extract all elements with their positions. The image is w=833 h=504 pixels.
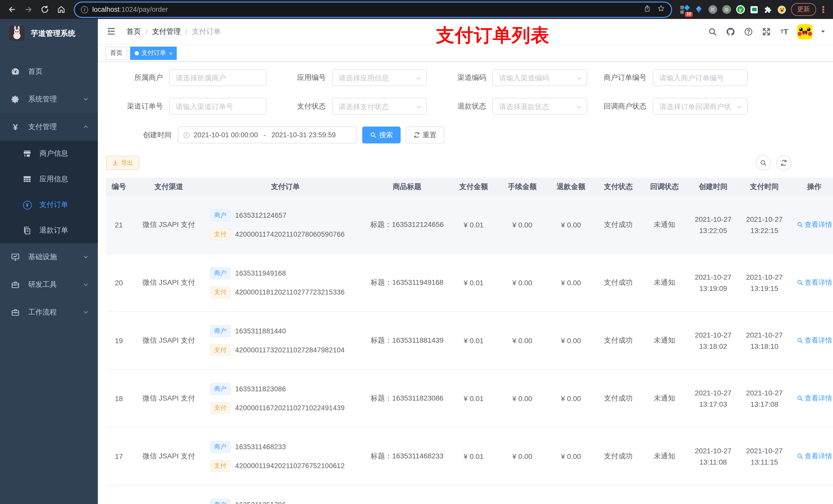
help-icon[interactable]	[743, 26, 754, 37]
breadcrumb-pay-order: 支付订单	[192, 27, 221, 36]
document-icon	[23, 226, 32, 235]
extension-icon[interactable]: 10	[680, 5, 690, 14]
profile-emoji-icon[interactable]	[777, 5, 786, 14]
table-header-row: 编号 支付渠道 支付订单 商品标题 支付金额 手续金额 退款金额 支付状态 回调…	[106, 178, 833, 196]
app-no-select[interactable]	[332, 69, 427, 86]
site-info-icon[interactable]: i	[81, 6, 88, 13]
browser-reload-icon[interactable]	[38, 3, 51, 16]
chevron-down-icon[interactable]	[820, 27, 826, 36]
pay-circle-icon: ¥	[23, 200, 32, 210]
search-button[interactable]: 搜索	[362, 126, 401, 143]
search-icon[interactable]	[708, 26, 718, 37]
column-header-fee: 手续金额	[498, 178, 547, 196]
clock-icon	[183, 131, 190, 139]
filter-field-callback-status: 回调商户状态	[587, 98, 747, 115]
column-header-actions: 操作	[790, 178, 833, 196]
created-time-range-picker[interactable]: 2021-10-01 00:00:00 - 2021-10-31 23:59:5…	[178, 126, 357, 143]
merchant-tag: 商户	[210, 267, 231, 279]
font-size-icon[interactable]: TT	[779, 26, 789, 37]
sidebar-item-app-info[interactable]: 应用信息	[0, 166, 98, 192]
merchant-tag: 商户	[210, 383, 231, 395]
bookmark-star-icon[interactable]	[657, 5, 665, 14]
browser-menu-icon[interactable]: •••	[821, 6, 826, 13]
app-logo[interactable]: 芋道管理系统	[0, 19, 98, 48]
extensions-puzzle-icon[interactable]	[763, 5, 772, 14]
table-row: 商户 1635311351796	[106, 485, 833, 504]
sidebar-menu: 首页 系统管理 ¥ 支付管理	[0, 48, 98, 326]
filter-field-app-no: 应用编号	[266, 69, 427, 86]
browser-forward-icon[interactable]	[22, 3, 35, 16]
sidebar-item-refund-order[interactable]: 退款订单	[0, 218, 98, 243]
user-avatar[interactable]	[797, 24, 812, 39]
sidebar-fold-icon[interactable]	[106, 26, 117, 37]
view-detail-link[interactable]: 查看详情	[796, 278, 832, 287]
pay-tag: 支付	[210, 402, 231, 414]
close-icon[interactable]: ×	[169, 50, 172, 56]
pay-tag: 支付	[210, 344, 231, 356]
callback-status	[641, 485, 688, 504]
sidebar-item-merchant-info[interactable]: 商户信息	[0, 141, 98, 166]
column-header-channel: 支付渠道	[132, 178, 206, 196]
callback-status: 未通知	[641, 427, 688, 485]
view-detail-link[interactable]: 查看详情	[796, 394, 832, 403]
view-detail-link[interactable]: 查看详情	[796, 220, 832, 230]
channel-order-no-input[interactable]	[169, 98, 266, 115]
y-extension-icon[interactable]: y	[736, 5, 745, 14]
merchant-input[interactable]	[169, 69, 266, 86]
column-header-created: 创建时间	[688, 178, 739, 196]
column-header-paid: 支付时间	[739, 178, 790, 196]
recorder-extension-icon[interactable]	[722, 5, 731, 14]
tag-home[interactable]: 首页	[105, 46, 127, 60]
table-row: 17 微信 JSAPI 支付 商户 1635311468233 支付 42000…	[106, 427, 833, 485]
sidebar-item-home[interactable]: 首页	[0, 58, 98, 86]
extensions-tray: 10 ⌘ y 更新 •••	[678, 3, 828, 16]
table-row: 18 微信 JSAPI 支付 商户 1635311823086 支付 42000…	[106, 369, 833, 427]
kite-extension-icon[interactable]	[694, 5, 704, 14]
refund-status-select[interactable]	[492, 98, 587, 115]
reset-button[interactable]: 重置	[406, 126, 444, 143]
sidebar-item-pay-order[interactable]: ¥ 支付订单	[0, 192, 98, 218]
sidebar-item-workflow[interactable]: 工作流程	[0, 298, 98, 326]
gear-icon	[11, 95, 20, 104]
chat-extension-icon[interactable]	[749, 5, 759, 14]
pay-status-select[interactable]	[332, 98, 427, 115]
view-detail-link[interactable]: 查看详情	[796, 452, 832, 461]
app-title: 芋道管理系统	[31, 28, 75, 38]
tag-dot	[135, 51, 139, 55]
sidebar-item-system[interactable]: 系统管理	[0, 86, 98, 113]
chevron-down-icon	[83, 95, 89, 103]
address-bar[interactable]: i localhost:1024/pay/order	[75, 2, 671, 17]
export-button[interactable]: 导出	[106, 156, 139, 170]
share-icon[interactable]	[643, 5, 651, 14]
filter-row-3: 创建时间 2021-10-01 00:00:00 - 2021-10-31 23…	[106, 126, 825, 143]
sidebar-item-dev-tools[interactable]: 研发工具	[0, 271, 98, 298]
tag-pay-order[interactable]: 支付订单 ×	[130, 46, 177, 60]
breadcrumb-home[interactable]: 首页	[126, 27, 141, 36]
merchant-order-no-input[interactable]	[653, 69, 747, 86]
sidebar-item-pay[interactable]: ¥ 支付管理	[0, 113, 98, 141]
callback-status: 未通知	[641, 312, 688, 369]
store-icon	[23, 149, 32, 158]
pay-submenu: 商户信息 应用信息 ¥ 支付订单	[0, 141, 98, 243]
browser-back-icon[interactable]	[5, 3, 19, 16]
browser-home-icon[interactable]	[54, 3, 68, 16]
github-icon[interactable]	[725, 26, 736, 37]
fullscreen-icon[interactable]	[761, 26, 771, 37]
pay-status: 支付成功	[595, 427, 641, 485]
toggle-search-button[interactable]	[756, 155, 771, 171]
grid-icon	[23, 175, 32, 184]
view-detail-link[interactable]: 查看详情	[796, 336, 832, 345]
refresh-button[interactable]	[776, 155, 791, 171]
merchant-tag: 商户	[210, 325, 231, 337]
callback-status-select[interactable]	[653, 98, 747, 115]
pay-status: 支付成功	[595, 312, 641, 369]
breadcrumb-pay[interactable]: 支付管理	[152, 27, 181, 36]
merchant-tag: 商户	[210, 210, 231, 221]
browser-update-button[interactable]: 更新	[791, 3, 816, 16]
callback-status: 未通知	[641, 254, 688, 312]
chevron-down-icon	[83, 253, 89, 261]
column-header-pay-status: 支付状态	[595, 178, 641, 196]
sidebar-item-infra[interactable]: 基础设施	[0, 243, 98, 271]
channel-code-select[interactable]	[492, 69, 587, 86]
command-extension-icon[interactable]: ⌘	[708, 5, 717, 14]
